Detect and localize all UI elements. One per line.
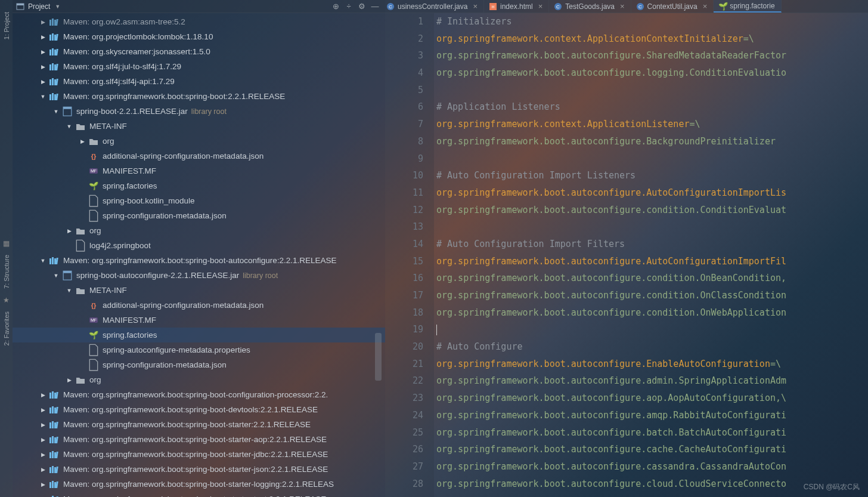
code-line[interactable] [436,150,868,168]
code-line[interactable]: org.springframework.context.ApplicationL… [436,116,868,133]
tree-item[interactable]: ▼Maven: org.springframework.boot:spring-… [13,253,385,268]
code-editor[interactable]: # Initializersorg.springframework.contex… [434,13,868,497]
code-line[interactable]: org.springframework.boot.autoconfigure.a… [436,407,868,424]
code-line[interactable] [436,218,868,236]
tree-arrow-icon[interactable]: ▶ [39,19,47,25]
tab-indexhtml[interactable]: Hindex.html× [484,0,549,13]
tree-arrow-icon[interactable]: ▶ [39,64,47,70]
tree-arrow-icon[interactable]: ▶ [39,34,47,40]
tree-item[interactable]: ▶Maven: org.springframework.boot:spring-… [13,462,385,477]
expand-all-icon[interactable]: ÷ [342,2,355,11]
tree-arrow-icon[interactable]: ▶ [65,377,73,383]
tool-favorites[interactable]: 2: Favorites [3,311,10,345]
tree-item[interactable]: ▶org [13,223,385,238]
code-line[interactable]: org.springframework.boot.autoconfigure.A… [436,253,868,270]
tool-project[interactable]: 1: Project [3,12,10,39]
tree-item[interactable]: ▶Maven: org.springframework.boot:spring-… [13,417,385,432]
tree-item[interactable]: ▶org [13,372,385,387]
tree-item[interactable]: ▶Maven: org.skyscreamer:jsonassert:1.5.0 [13,44,385,59]
code-line[interactable]: org.springframework.boot.autoconfigure.c… [436,202,868,219]
tree-item[interactable]: ▼spring-boot-autoconfigure-2.2.1.RELEASE… [13,268,385,283]
tool-structure[interactable]: 7: Structure [3,255,10,289]
code-line[interactable]: org.springframework.boot.autoconfigure.a… [436,390,868,407]
tree-arrow-icon[interactable]: ▶ [39,407,47,413]
hide-icon[interactable]: — [368,2,382,11]
code-line[interactable] [436,321,868,338]
tree-item[interactable]: ▶Maven: org.projectlombok:lombok:1.18.10 [13,29,385,44]
tree-item[interactable]: 🌱spring.factories [13,178,385,193]
tab-springfactorie[interactable]: 🌱spring.factorie [714,0,781,13]
code-line[interactable]: org.springframework.boot.autoconfigure.c… [436,270,868,287]
code-line[interactable]: org.springframework.boot.autoconfigure.B… [436,133,868,150]
code-line[interactable]: # Initializers [436,13,868,30]
tree-item[interactable]: {}additional-spring-configuration-metada… [13,298,385,313]
tab-contextutiljava[interactable]: CContextUtil.java× [631,0,714,13]
tree-item[interactable]: ▶Maven: org.springframework.boot:spring-… [13,477,385,492]
code-line[interactable]: # Auto Configure [436,338,868,356]
tree-arrow-icon[interactable]: ▶ [39,481,47,487]
code-line[interactable] [436,82,868,99]
code-line[interactable]: org.springframework.context.ApplicationC… [436,30,868,48]
tree-arrow-icon[interactable]: ▶ [39,422,47,428]
tree-item[interactable]: spring-autoconfigure-metadata.properties [13,342,385,357]
code-line[interactable]: org.springframework.boot.autoconfigure.A… [436,184,868,202]
tree-item[interactable]: spring-configuration-metadata.json [13,208,385,223]
tree-arrow-icon[interactable]: ▶ [39,392,47,398]
tree-arrow-icon[interactable]: ▼ [52,109,60,115]
code-line[interactable]: org.springframework.boot.autoconfigure.a… [436,372,868,390]
dropdown-icon[interactable]: ▼ [55,4,60,10]
tree-item[interactable]: ▶Maven: org.springframework.boot:spring-… [13,492,385,497]
close-icon[interactable]: × [620,2,625,11]
tree-scrollbar[interactable] [375,333,382,381]
select-opened-file-icon[interactable]: ⊕ [329,2,342,11]
tab-testgoodsjava[interactable]: CTestGoods.java× [549,0,631,13]
tree-arrow-icon[interactable]: ▶ [39,49,47,55]
settings-icon[interactable]: ⚙ [355,2,368,11]
code-line[interactable]: org.springframework.boot.autoconfigure.l… [436,64,868,82]
tree-arrow-icon[interactable]: ▶ [39,467,47,473]
tree-arrow-icon[interactable]: ▶ [78,138,86,144]
tree-arrow-icon[interactable]: ▶ [39,437,47,443]
tree-item[interactable]: ▶Maven: org.springframework.boot:spring-… [13,402,385,417]
tree-arrow-icon[interactable]: ▼ [65,124,73,129]
tree-arrow-icon[interactable]: ▶ [39,79,47,85]
tree-item[interactable]: ▼spring-boot-2.2.1.RELEASE.jarlibrary ro… [13,104,385,119]
tree-item[interactable]: MFMANIFEST.MF [13,163,385,178]
project-tree[interactable]: ▶Maven: org.ow2.asm:asm-tree:5.2▶Maven: … [13,13,385,497]
tree-arrow-icon[interactable]: ▶ [39,452,47,458]
tree-item[interactable]: spring-configuration-metadata.json [13,357,385,372]
tree-arrow-icon[interactable]: ▼ [52,273,60,279]
tree-item[interactable]: ▶Maven: org.ow2.asm:asm-tree:5.2 [13,14,385,29]
tree-item[interactable]: MFMANIFEST.MF [13,313,385,328]
code-line[interactable]: org.springframework.boot.autoconfigure.E… [436,356,868,373]
code-line[interactable]: org.springframework.boot.autoconfigure.c… [436,287,868,304]
code-line[interactable]: org.springframework.boot.autoconfigure.c… [436,458,868,476]
close-icon[interactable]: × [538,2,543,11]
tree-item[interactable]: log4j2.springboot [13,238,385,253]
tree-item[interactable]: ▼Maven: org.springframework.boot:spring-… [13,89,385,104]
tree-item[interactable]: ▼META-INF [13,119,385,134]
tree-item[interactable]: ▶Maven: org.slf4j:slf4j-api:1.7.29 [13,74,385,89]
tree-arrow-icon[interactable]: ▼ [65,288,73,294]
code-line[interactable]: # Application Listeners [436,98,868,116]
code-line[interactable]: org.springframework.boot.autoconfigure.c… [436,304,868,322]
tree-item[interactable]: ▶org [13,134,385,149]
tree-arrow-icon[interactable]: ▼ [39,94,47,100]
tree-item[interactable]: spring-boot.kotlin_module [13,193,385,208]
tree-item[interactable]: ▼META-INF [13,283,385,298]
code-line[interactable]: # Auto Configuration Import Filters [436,236,868,253]
tree-item[interactable]: 🌱spring.factories [13,328,385,342]
tree-item[interactable]: ▶Maven: org.springframework.boot:spring-… [13,432,385,447]
tab-usinesscontrollerjava[interactable]: CusinessController.java× [385,0,484,13]
tree-item[interactable]: ▶Maven: org.springframework.boot:spring-… [13,387,385,402]
tree-arrow-icon[interactable]: ▼ [39,258,47,264]
tree-item[interactable]: ▶Maven: org.slf4j:jul-to-slf4j:1.7.29 [13,59,385,74]
code-line[interactable]: org.springframework.boot.autoconfigure.b… [436,424,868,442]
close-icon[interactable]: × [473,2,478,11]
close-icon[interactable]: × [703,2,708,11]
tree-item[interactable]: ▶Maven: org.springframework.boot:spring-… [13,447,385,462]
code-line[interactable]: org.springframework.boot.autoconfigure.c… [436,441,868,458]
tree-arrow-icon[interactable]: ▶ [65,228,73,234]
code-line[interactable]: org.springframework.boot.autoconfigure.S… [436,47,868,64]
code-line[interactable]: # Auto Configuration Import Listeners [436,167,868,184]
